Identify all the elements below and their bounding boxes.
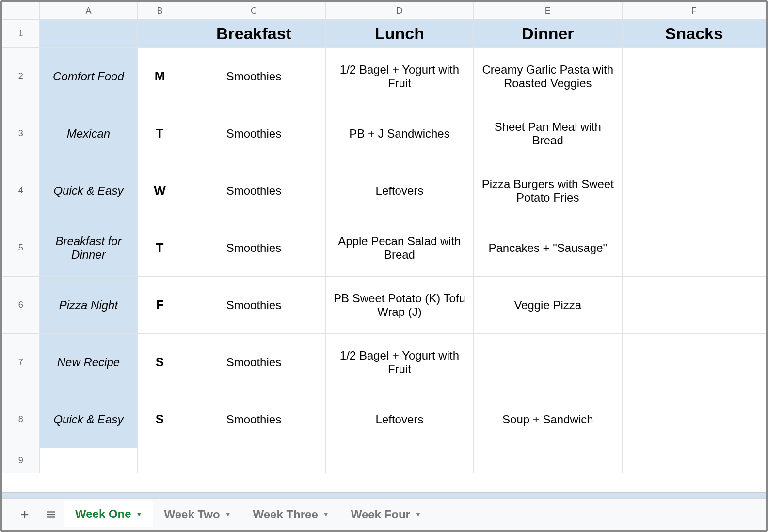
snacks-cell[interactable] [622, 105, 766, 162]
plus-icon [19, 509, 30, 520]
breakfast-cell[interactable]: Smoothies [182, 334, 325, 391]
day-cell[interactable]: F [138, 277, 182, 334]
table-row: 3 Mexican T Smoothies PB + J Sandwiches … [2, 105, 766, 162]
breakfast-cell[interactable]: Smoothies [182, 48, 325, 105]
dinner-cell[interactable]: Pancakes + "Sausage" [473, 219, 622, 277]
cell-F9[interactable] [622, 448, 766, 473]
sheet-tab-week-two[interactable]: Week Two ▼ [153, 502, 242, 527]
sheet-tab-label: Week One [75, 507, 131, 521]
sheet-tab-week-three[interactable]: Week Three ▼ [242, 502, 340, 527]
cell-B9[interactable] [138, 448, 182, 473]
sheet-tab-label: Week Three [253, 508, 318, 521]
row-number[interactable]: 4 [2, 162, 40, 219]
column-header-B[interactable]: B [138, 2, 182, 20]
theme-cell[interactable]: Comfort Food [39, 48, 137, 105]
row-number-1[interactable]: 1 [2, 20, 40, 48]
day-cell[interactable]: S [138, 334, 182, 391]
breakfast-cell[interactable]: Smoothies [182, 219, 325, 277]
theme-cell[interactable]: New Recipe [39, 334, 137, 391]
sheet-tab-week-one[interactable]: Week One ▼ [64, 501, 153, 527]
snacks-cell[interactable] [622, 48, 766, 105]
cell-A1[interactable] [39, 20, 137, 48]
cell-C1-breakfast-header[interactable]: Breakfast [182, 20, 325, 48]
row-number[interactable]: 2 [2, 48, 40, 105]
chevron-down-icon[interactable]: ▼ [323, 511, 329, 518]
scroll-area-strip [2, 492, 766, 498]
sheet-tab-label: Week Two [164, 508, 220, 521]
dinner-cell[interactable]: Soup + Sandwich [473, 391, 622, 448]
theme-cell[interactable]: Breakfast for Dinner [39, 219, 137, 277]
lunch-cell[interactable]: Leftovers [326, 391, 474, 448]
day-cell[interactable]: W [138, 162, 182, 219]
header-row: 1 Breakfast Lunch Dinner Snacks [2, 20, 766, 48]
column-header-C[interactable]: C [182, 2, 325, 20]
snacks-cell[interactable] [622, 277, 766, 334]
dinner-cell[interactable]: Sheet Pan Meal with Bread [473, 105, 622, 162]
breakfast-cell[interactable]: Smoothies [182, 391, 325, 448]
cell-D1-lunch-header[interactable]: Lunch [326, 20, 474, 48]
table-row: 4 Quick & Easy W Smoothies Leftovers Piz… [2, 162, 766, 219]
spreadsheet-window: A B C D E F 1 Breakfast Lunch Dinner [0, 0, 768, 532]
day-cell[interactable]: T [138, 105, 182, 162]
day-cell[interactable]: S [138, 391, 182, 448]
column-header-D[interactable]: D [326, 2, 474, 20]
theme-cell[interactable]: Mexican [39, 105, 137, 162]
breakfast-cell[interactable]: Smoothies [182, 162, 325, 219]
dinner-cell[interactable]: Veggie Pizza [473, 277, 622, 334]
all-sheets-button[interactable] [38, 505, 64, 524]
snacks-cell[interactable] [622, 391, 766, 448]
snacks-cell[interactable] [622, 219, 766, 277]
empty-row: 9 [2, 448, 766, 473]
row-number[interactable]: 5 [2, 219, 40, 277]
column-header-A[interactable]: A [39, 2, 137, 20]
day-cell[interactable]: T [138, 219, 182, 277]
theme-cell[interactable]: Pizza Night [39, 277, 137, 334]
sheet-tabs-bar: Week One ▼ Week Two ▼ Week Three ▼ Week … [2, 498, 766, 530]
cell-D9[interactable] [326, 448, 474, 473]
select-all-corner[interactable] [2, 2, 40, 20]
lunch-cell[interactable]: Leftovers [326, 162, 474, 219]
breakfast-cell[interactable]: Smoothies [182, 277, 325, 334]
cell-F1-snacks-header[interactable]: Snacks [622, 20, 766, 48]
column-header-row: A B C D E F [2, 2, 766, 20]
add-sheet-button[interactable] [12, 505, 38, 524]
sheet-tab-label: Week Four [351, 508, 410, 521]
dinner-cell[interactable]: Pizza Burgers with Sweet Potato Fries [473, 162, 622, 219]
row-number[interactable]: 7 [2, 334, 40, 391]
chevron-down-icon[interactable]: ▼ [136, 511, 143, 518]
row-number[interactable]: 3 [2, 105, 40, 162]
dinner-cell[interactable] [473, 334, 622, 391]
cell-A9[interactable] [39, 448, 137, 473]
lunch-cell[interactable]: 1/2 Bagel + Yogurt with Fruit [326, 48, 474, 105]
day-cell[interactable]: M [138, 48, 182, 105]
column-header-E[interactable]: E [473, 2, 622, 20]
column-header-F[interactable]: F [622, 2, 766, 20]
dinner-cell[interactable]: Creamy Garlic Pasta with Roasted Veggies [473, 48, 622, 105]
snacks-cell[interactable] [622, 334, 766, 391]
sheet-tab-week-four[interactable]: Week Four ▼ [340, 502, 432, 527]
lunch-cell[interactable]: PB + J Sandwiches [326, 105, 474, 162]
spreadsheet-grid[interactable]: A B C D E F 1 Breakfast Lunch Dinner [2, 2, 766, 492]
row-number-9[interactable]: 9 [2, 448, 40, 473]
table-row: 5 Breakfast for Dinner T Smoothies Apple… [2, 219, 766, 277]
lunch-cell[interactable]: PB Sweet Potato (K) Tofu Wrap (J) [326, 277, 474, 334]
table-row: 2 Comfort Food M Smoothies 1/2 Bagel + Y… [2, 48, 766, 105]
cell-B1[interactable] [138, 20, 182, 48]
table-row: 8 Quick & Easy S Smoothies Leftovers Sou… [2, 391, 766, 448]
menu-icon [46, 509, 56, 520]
cell-C9[interactable] [182, 448, 325, 473]
lunch-cell[interactable]: 1/2 Bagel + Yogurt with Fruit [326, 334, 474, 391]
theme-cell[interactable]: Quick & Easy [39, 391, 137, 448]
chevron-down-icon[interactable]: ▼ [225, 511, 231, 518]
chevron-down-icon[interactable]: ▼ [415, 511, 421, 518]
row-number[interactable]: 8 [2, 391, 40, 448]
table-row: 7 New Recipe S Smoothies 1/2 Bagel + Yog… [2, 334, 766, 391]
breakfast-cell[interactable]: Smoothies [182, 105, 325, 162]
cell-E1-dinner-header[interactable]: Dinner [473, 20, 622, 48]
lunch-cell[interactable]: Apple Pecan Salad with Bread [326, 219, 474, 277]
cell-E9[interactable] [473, 448, 622, 473]
theme-cell[interactable]: Quick & Easy [39, 162, 137, 219]
snacks-cell[interactable] [622, 162, 766, 219]
table-row: 6 Pizza Night F Smoothies PB Sweet Potat… [2, 277, 766, 334]
row-number[interactable]: 6 [2, 277, 40, 334]
